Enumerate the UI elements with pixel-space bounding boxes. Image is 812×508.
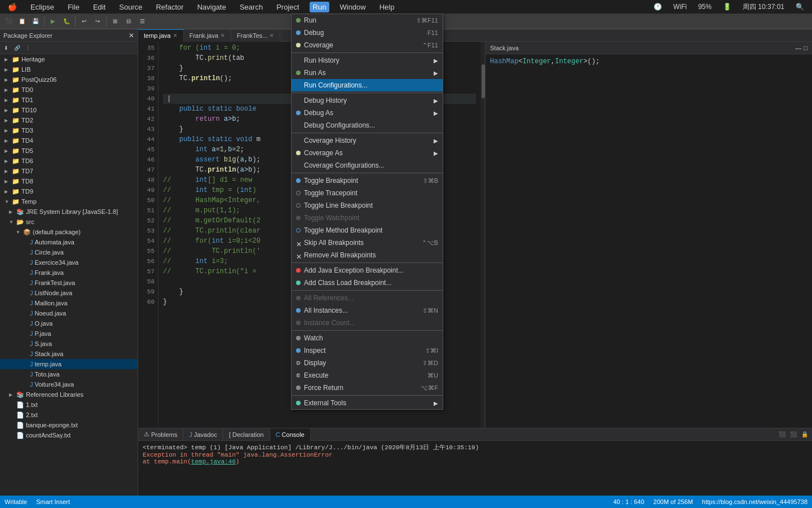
right-code-view[interactable]: HashMap<Integer,Integer>(); — [486, 54, 812, 428]
tab-javadoc[interactable]: J Javadoc — [183, 428, 223, 441]
menu-item-inspect[interactable]: Inspect ⇧⌘I — [292, 344, 443, 357]
toolbar-run-btn[interactable]: ▶ — [47, 15, 59, 28]
menu-item-debug-configurations[interactable]: Debug Configurations... — [292, 119, 443, 132]
tree-item-td6[interactable]: ▶ 📁 TD6 — [0, 156, 138, 166]
tree-item-listnode[interactable]: ▶ J ListNode.java — [0, 288, 138, 298]
menu-refactor[interactable]: Refactor — [152, 2, 187, 12]
toolbar-btn-3[interactable]: 💾 — [29, 15, 42, 28]
menu-window[interactable]: Window — [336, 2, 369, 12]
tree-item-td5[interactable]: ▶ 📁 TD5 — [0, 146, 138, 156]
tree-item-automata[interactable]: ▶ J Automata.java — [0, 237, 138, 247]
toolbar-btn-2[interactable]: 📋 — [16, 15, 28, 28]
menu-item-debug-as[interactable]: Debug As ▶ — [292, 107, 443, 119]
menu-item-toggle-method-breakpoint[interactable]: Toggle Method Breakpoint — [292, 224, 443, 237]
tab-console[interactable]: C Console — [270, 428, 311, 441]
tree-item-td7[interactable]: ▶ 📁 TD7 — [0, 166, 138, 176]
menu-item-toggle-breakpoint[interactable]: Toggle Breakpoint ⇧⌘B — [292, 174, 443, 187]
menu-item-force-return[interactable]: Force Return ⌥⌘F — [292, 382, 443, 394]
tree-item-2txt[interactable]: ▶ 📄 2.txt — [0, 410, 138, 420]
tree-item-stack[interactable]: ▶ J Stack.java — [0, 349, 138, 359]
menu-source[interactable]: Source — [116, 2, 145, 12]
editor-scrollbar[interactable] — [480, 42, 485, 428]
menu-item-all-instances[interactable]: All Instances... ⇧⌘N — [292, 304, 443, 317]
tree-item-countandsay[interactable]: ▶ 📄 countAndSay.txt — [0, 430, 138, 440]
sidebar-menu-btn[interactable]: ⋮ — [23, 43, 33, 53]
tree-item-td8[interactable]: ▶ 📁 TD8 — [0, 176, 138, 186]
tree-item-td10[interactable]: ▶ 📁 TD10 — [0, 105, 138, 115]
menu-item-add-java-exception-bp[interactable]: Add Java Exception Breakpoint... — [292, 264, 443, 277]
toolbar-debug-btn[interactable]: 🐛 — [60, 15, 73, 28]
tab-franktest-java[interactable]: FrankTes... ✕ — [231, 29, 280, 42]
tree-item-td2[interactable]: ▶ 📁 TD2 — [0, 115, 138, 125]
run-dropdown-menu[interactable]: Run ⇧⌘F11 Debug F11 Coverage ⌃F11 Run Hi… — [291, 14, 443, 410]
tree-item-o[interactable]: ▶ J O.java — [0, 318, 138, 329]
tree-item-circle[interactable]: ▶ J Circle.java — [0, 247, 138, 257]
tab-frank-java[interactable]: Frank.java ✕ — [184, 29, 231, 42]
menu-project[interactable]: Project — [273, 2, 302, 12]
toolbar-btn-8[interactable]: ⊟ — [122, 15, 135, 28]
tree-item-banque[interactable]: ▶ 📄 banque-eponge.txt — [0, 420, 138, 430]
link-editor-btn[interactable]: 🔗 — [12, 43, 22, 53]
tree-item-lib[interactable]: ▶ 📁 LIB — [0, 64, 138, 75]
menu-item-watch[interactable]: Watch — [292, 332, 443, 344]
console-stop-btn[interactable]: ⬛ — [788, 430, 798, 440]
tree-item-postquizz06[interactable]: ▶ 📁 PostQuizz06 — [0, 75, 138, 85]
tree-item-default-package[interactable]: ▼ 📦 (default package) — [0, 227, 138, 237]
toolbar-btn-7[interactable]: ⊞ — [109, 15, 121, 28]
tree-item-td3[interactable]: ▶ 📁 TD3 — [0, 125, 138, 135]
tab-close-btn[interactable]: ✕ — [173, 33, 178, 38]
menu-item-run[interactable]: Run ⇧⌘F11 — [292, 14, 443, 27]
tree-item-referenced-libraries[interactable]: ▶ 📚 Referenced Libraries — [0, 389, 138, 400]
menu-edit[interactable]: Edit — [90, 2, 109, 12]
menu-item-toggle-tracepoint[interactable]: Toggle Tracepoint — [292, 187, 443, 199]
tree-item-frank[interactable]: ▶ J Frank.java — [0, 268, 138, 278]
console-clear-btn[interactable]: ⬛ — [777, 430, 787, 440]
search-icon[interactable]: 🔍 — [792, 2, 807, 12]
scroll-thumb[interactable] — [482, 64, 485, 98]
menu-item-run-history[interactable]: Run History ▶ — [292, 54, 443, 67]
sidebar-close-btn[interactable]: ✕ — [129, 32, 134, 40]
menu-item-external-tools[interactable]: External Tools ▶ — [292, 397, 443, 409]
maximize-icon[interactable]: □ — [804, 45, 807, 51]
tab-declaration[interactable]: [ Declaration — [223, 428, 270, 441]
menu-search[interactable]: Search — [236, 2, 266, 12]
toolbar-btn-5[interactable]: ↩ — [78, 15, 90, 28]
menu-item-coverage-as[interactable]: Coverage As ▶ — [292, 147, 443, 159]
toolbar-btn-6[interactable]: ↪ — [91, 15, 104, 28]
tree-item-jre[interactable]: ▶ 📚 JRE System Library [JavaSE-1.8] — [0, 207, 138, 217]
toolbar-btn-9[interactable]: ☰ — [136, 15, 148, 28]
toolbar-btn-1[interactable]: ⬛ — [2, 15, 15, 28]
menu-item-debug-history[interactable]: Debug History ▶ — [292, 94, 443, 107]
menu-item-skip-all-breakpoints[interactable]: ✕ Skip All Breakpoints ⌃⌥B — [292, 237, 443, 249]
tree-item-noeud[interactable]: ▶ J Noeud.java — [0, 308, 138, 318]
memory-usage[interactable]: 200M of 256M — [654, 498, 693, 505]
menu-item-coverage[interactable]: Coverage ⌃F11 — [292, 39, 443, 51]
menu-help[interactable]: Help — [376, 2, 398, 12]
tab-close-btn[interactable]: ✕ — [270, 33, 274, 38]
menu-run[interactable]: Run — [310, 2, 330, 12]
error-link[interactable]: temp.java:46 — [191, 458, 236, 465]
menu-item-coverage-history[interactable]: Coverage History ▶ — [292, 134, 443, 147]
tree-item-td9[interactable]: ▶ 📁 TD9 — [0, 186, 138, 196]
menu-navigate[interactable]: Navigate — [194, 2, 230, 12]
tab-temp-java[interactable]: temp.java ✕ — [138, 29, 184, 42]
menu-item-coverage-configurations[interactable]: Coverage Configurations... — [292, 159, 443, 172]
tree-item-exercice34[interactable]: ▶ J Exercice34.java — [0, 257, 138, 268]
tree-item-td4[interactable]: ▶ 📁 TD4 — [0, 135, 138, 146]
menu-item-run-configurations[interactable]: Run Configurations... — [292, 79, 443, 91]
menu-item-debug[interactable]: Debug F11 — [292, 27, 443, 39]
tab-close-btn[interactable]: ✕ — [220, 33, 225, 38]
menu-item-execute[interactable]: E Execute ⌘U — [292, 369, 443, 382]
tree-item-td0[interactable]: ▶ 📁 TD0 — [0, 85, 138, 95]
menu-item-remove-all-breakpoints[interactable]: ✕ Remove All Breakpoints — [292, 249, 443, 261]
menu-item-run-as[interactable]: Run As ▶ — [292, 67, 443, 79]
tree-item-toto[interactable]: ▶ J Toto.java — [0, 369, 138, 379]
tree-item-src[interactable]: ▼ 📂 src — [0, 217, 138, 227]
tree-item-maillon[interactable]: ▶ J Maillon.java — [0, 298, 138, 308]
menu-item-display[interactable]: D Display ⇧⌘D — [292, 357, 443, 369]
collapse-all-btn[interactable]: ⬇ — [1, 43, 11, 53]
tree-item-voiture34[interactable]: ▶ J Voiture34.java — [0, 379, 138, 389]
apple-menu[interactable]: 🍎 — [5, 2, 20, 12]
tree-item-temp[interactable]: ▼ 📁 Temp — [0, 196, 138, 207]
tree-item-p[interactable]: ▶ J P.java — [0, 329, 138, 339]
